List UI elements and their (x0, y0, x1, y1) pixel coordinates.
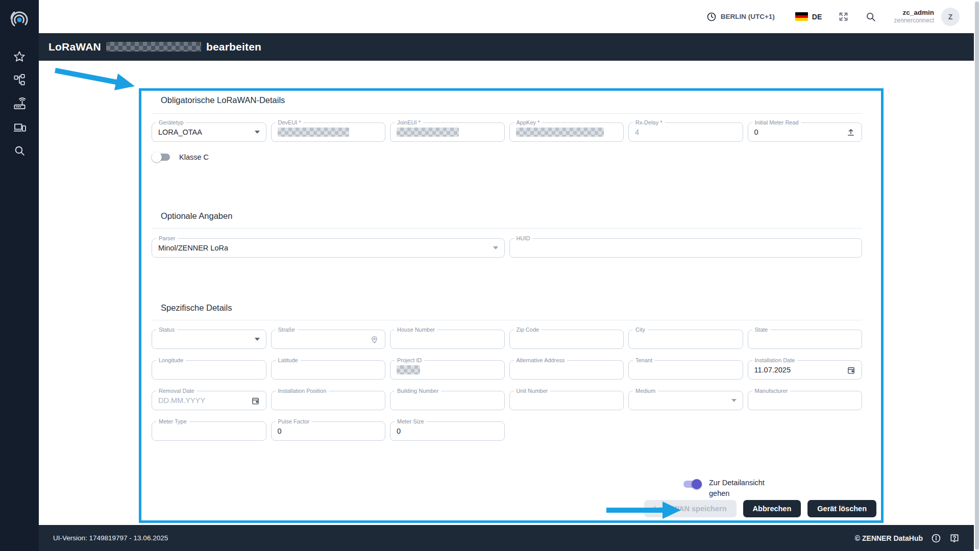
appkey-field[interactable]: AppKey * (509, 122, 624, 142)
huid-field[interactable]: HUID (509, 238, 863, 258)
divider (152, 228, 862, 229)
meter-type-label: Meter Type (156, 418, 189, 424)
meter-type-field[interactable]: Meter Type (152, 421, 266, 441)
location-pin-icon[interactable] (370, 335, 379, 344)
chevron-down-icon (255, 338, 260, 341)
initial-meter-read-value: 0 (754, 128, 758, 136)
page-title: LoRaWANbearbeiten (48, 41, 261, 53)
project-id-field[interactable]: Project ID (390, 360, 505, 380)
search-icon[interactable] (865, 11, 876, 22)
pulse-factor-label: Pulse Factor (276, 418, 312, 424)
joineui-label: JoinEUI * (395, 119, 423, 126)
appkey-label: AppKey * (514, 119, 543, 126)
removal-date-label: Removal Date (156, 388, 197, 394)
alternative-address-label: Alternative Address (514, 357, 568, 363)
pulse-factor-field[interactable]: Pulse Factor 0 (271, 421, 386, 441)
form-actions: LoRaWAN speichern Abbrechen Gerät lösche… (644, 500, 876, 517)
unit-number-field[interactable]: Unit Number (509, 391, 624, 410)
hierarchy-icon[interactable] (8, 68, 31, 92)
unit-number-label: Unit Number (514, 388, 551, 394)
parser-select[interactable]: Parser Minol/ZENNER LoRa (152, 238, 505, 258)
gateway-icon[interactable] (8, 92, 31, 115)
medium-select[interactable]: Medium (628, 391, 743, 410)
info-icon[interactable] (931, 533, 941, 543)
city-field[interactable]: City (628, 330, 743, 349)
sidebar-search-icon[interactable] (8, 139, 31, 162)
zenner-logo[interactable] (8, 8, 31, 32)
upload-icon[interactable] (846, 128, 855, 137)
avatar[interactable]: Z (941, 8, 960, 26)
latitude-label: Latitude (276, 357, 301, 363)
vertical-scrollbar[interactable] (974, 0, 980, 551)
language-label: DE (812, 13, 822, 21)
klasse-c-toggle[interactable] (152, 154, 170, 161)
geraetetyp-select[interactable]: Gerätetyp LORA_OTAA (152, 122, 266, 142)
deveui-label: DevEUI * (276, 119, 304, 126)
meter-size-field[interactable]: Meter Size 0 (390, 421, 505, 441)
section-title-optional: Optionale Angaben (161, 211, 232, 221)
initial-meter-read-label: Initial Meter Read (752, 119, 801, 126)
calendar-icon[interactable] (847, 366, 855, 374)
help-icon[interactable] (949, 533, 960, 543)
removal-date-field[interactable]: Removal Date DD.MM.YYYY (152, 391, 266, 410)
building-number-field[interactable]: Building Number (390, 391, 505, 410)
state-field[interactable]: State (748, 330, 863, 349)
meter-size-label: Meter Size (395, 418, 427, 424)
copyright: © ZENNER DataHub (855, 534, 923, 542)
deveui-field[interactable]: DevEUI * (271, 122, 386, 142)
user-name: zc_admin (894, 9, 934, 17)
chevron-down-icon (493, 246, 498, 249)
removal-date-placeholder: DD.MM.YYYY (158, 396, 205, 405)
status-select[interactable]: Status (152, 330, 266, 349)
alternative-address-field[interactable]: Alternative Address (509, 360, 624, 380)
rx-delay-field[interactable]: Rx-Delay * 4 (628, 122, 743, 142)
save-button[interactable]: LoRaWAN speichern (644, 500, 737, 517)
rx-delay-label: Rx-Delay * (633, 119, 665, 126)
language-selector[interactable]: DE (795, 12, 822, 21)
tenant-label: Tenant (633, 357, 655, 363)
house-number-field[interactable]: House Number (390, 330, 505, 349)
delete-device-button[interactable]: Gerät löschen (807, 500, 876, 517)
longitude-field[interactable]: Longitude (152, 360, 266, 380)
cancel-button[interactable]: Abbrechen (743, 500, 801, 517)
calendar-icon[interactable] (251, 396, 260, 405)
redacted-project-id-value (397, 365, 420, 374)
redacted-joineui-value (397, 128, 459, 137)
city-label: City (633, 327, 648, 333)
initial-meter-read-field[interactable]: Initial Meter Read 0 (748, 122, 863, 142)
strasse-field[interactable]: Straße (271, 330, 386, 349)
favorites-star-icon[interactable] (8, 45, 31, 68)
devices-icon[interactable] (8, 115, 31, 139)
tenant-field[interactable]: Tenant (628, 360, 743, 380)
detail-view-toggle[interactable] (683, 481, 702, 488)
scrollbar-thumb[interactable] (975, 2, 979, 549)
redacted-appkey-value (516, 128, 604, 137)
building-number-label: Building Number (395, 388, 441, 394)
divider (152, 113, 862, 114)
strasse-label: Straße (276, 327, 298, 333)
user-info: zc_admin zennerconnect (894, 9, 934, 25)
user-org: zennerconnect (894, 17, 934, 24)
manufacturer-field[interactable]: Manufacturer (748, 391, 863, 410)
redacted-deveui-value (278, 128, 349, 137)
latitude-field[interactable]: Latitude (271, 360, 386, 380)
timezone-display: BERLIN (UTC+1) (706, 12, 775, 22)
highlighted-form-card: Obligatorische LoRaWAN-Details Gerätetyp… (139, 88, 884, 523)
fullscreen-icon[interactable] (838, 11, 849, 22)
longitude-label: Longitude (156, 357, 186, 363)
divider (152, 320, 862, 320)
section-title-spezifisch: Spezifische Details (161, 303, 232, 313)
zip-code-field[interactable]: Zip Code (509, 330, 624, 349)
sidebar (0, 0, 39, 551)
installation-date-label: Installation Date (752, 357, 798, 363)
klasse-c-label: Klasse C (179, 153, 209, 161)
huid-label: HUID (514, 235, 533, 241)
detail-view-toggle-label: Zur Detailansicht gehen (709, 478, 765, 499)
installation-date-field[interactable]: Installation Date 11.07.2025 (748, 360, 863, 380)
zip-code-label: Zip Code (514, 327, 542, 333)
rx-delay-value: 4 (635, 128, 639, 136)
installation-position-field[interactable]: Installation Position (271, 391, 386, 410)
joineui-field[interactable]: JoinEUI * (390, 122, 505, 142)
ui-version: UI-Version: 1749819797 - 13.06.2025 (53, 534, 168, 542)
chevron-down-icon (255, 131, 260, 134)
